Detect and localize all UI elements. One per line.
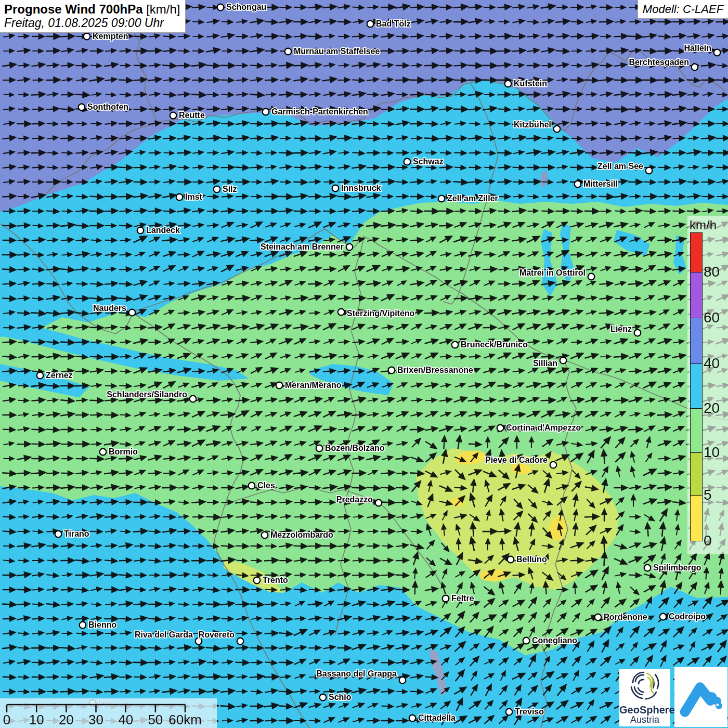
- city-marker: [550, 462, 557, 469]
- city-marker: [249, 483, 255, 489]
- city-label: Riva del Garda: [135, 630, 193, 639]
- city-label: Tirano: [64, 529, 89, 538]
- city-marker: [575, 181, 581, 188]
- scale-ruler: 0102030405060km: [0, 698, 217, 728]
- city-marker: [84, 33, 90, 40]
- city-meran-merano: Meran/Merano: [276, 381, 342, 389]
- title-box: Prognose Wind 700hPa [km/h] Freitag, 01.…: [0, 0, 186, 33]
- city-label: Bozen/Bolzano: [325, 444, 385, 452]
- model-label: Modell: C-LAEF: [638, 0, 728, 19]
- city-marker: [137, 227, 144, 234]
- city-sterzing-vipiteno: Sterzing/Vipiteno: [338, 309, 415, 318]
- legend-tick-40: 40: [704, 356, 720, 371]
- scale-tick-label: 60km: [168, 712, 202, 727]
- legend-unit-label: km/h: [690, 218, 717, 232]
- city-label: Reutte: [179, 111, 205, 120]
- city-label: Imst: [185, 192, 203, 201]
- title-datetime: Freitag, 01.08.2025 09:00 Uhr: [4, 16, 181, 30]
- legend-segment: [691, 452, 702, 495]
- city-brixen-bressanone: Brixen/Bressanone: [388, 366, 473, 374]
- city-label: Treviso: [515, 707, 544, 716]
- city-marker: [79, 104, 85, 111]
- mountain-cloud-icon: [677, 671, 725, 723]
- city-label: Kempten: [93, 32, 128, 41]
- city-label: Trento: [263, 576, 288, 584]
- city-cles: Cles: [249, 481, 275, 490]
- city-marker: [190, 396, 197, 402]
- city-label: Meran/Merano: [285, 381, 342, 389]
- legend-segment: [691, 318, 702, 363]
- city-marker: [285, 48, 292, 55]
- city-marker: [646, 167, 653, 174]
- geosphere-logo: GeoSphere Austria: [619, 669, 670, 726]
- wind-forecast-map-app: SchongauBad TölzKemptenMurnau am Staffel…: [0, 0, 728, 728]
- city-marker: [254, 577, 261, 584]
- city-marker: [714, 49, 721, 56]
- title-product: Prognose Wind 700hPa: [4, 2, 143, 16]
- city-marker: [634, 330, 641, 336]
- city-label: Codroipo: [669, 612, 706, 621]
- city-marker: [276, 382, 283, 389]
- city-marker: [388, 367, 395, 374]
- city-cortina-d-ampezzo: Cortina d'Ampezzo: [497, 423, 581, 432]
- city-tirano: Tirano: [55, 529, 89, 538]
- city-marker: [214, 186, 220, 193]
- city-marker: [660, 614, 667, 620]
- city-marker: [554, 126, 561, 133]
- city-marker: [692, 64, 698, 71]
- city-marker: [367, 21, 374, 28]
- city-label: Hallein: [684, 44, 711, 53]
- city-marker: [338, 309, 345, 316]
- city-marker: [399, 677, 406, 684]
- legend-tick-0: 0: [704, 533, 712, 549]
- legend-segment: [691, 233, 702, 272]
- city-label: Cles: [257, 481, 275, 490]
- city-label: Rovereto: [199, 630, 235, 639]
- city-label: Kufstein: [514, 79, 547, 88]
- city-marker: [438, 196, 445, 202]
- wind-speed-legend: km/h 806040201050: [687, 216, 728, 554]
- city-marker: [409, 715, 416, 722]
- city-label: Silz: [223, 185, 237, 193]
- city-marker: [560, 357, 567, 364]
- city-label: Bormio: [109, 447, 138, 456]
- city-marker: [170, 112, 177, 119]
- city-mezzolombardo: Mezzolombardo: [262, 530, 333, 539]
- city-marker: [588, 274, 595, 280]
- city-marker: [237, 638, 244, 645]
- scale-tick-label: 10: [29, 712, 44, 727]
- legend-tick-80: 80: [704, 264, 720, 280]
- city-marker: [217, 4, 224, 11]
- geosphere-logo-subtext: Austria: [619, 715, 670, 725]
- city-bozen-bolzano: Bozen/Bolzano: [316, 444, 385, 452]
- legend-color-bar: [691, 233, 702, 541]
- legend-segment: [691, 272, 702, 318]
- city-label: Bruneck/Brunico: [461, 340, 528, 349]
- city-feltre: Feltre: [443, 594, 474, 603]
- city-marker: [55, 531, 62, 538]
- city-schio: Schio: [320, 693, 352, 701]
- geosphere-logo-text: GeoSphere: [619, 705, 670, 715]
- city-zell-am-ziller: Zell am Ziller: [438, 194, 498, 203]
- city-label: Sonthofen: [87, 102, 128, 111]
- city-label: Innsbruck: [341, 184, 381, 192]
- city-label: Cittadella: [418, 713, 456, 722]
- city-silz: Silz: [214, 185, 237, 193]
- scale-tick-label: 30: [88, 712, 103, 727]
- city-label: Zernez: [46, 371, 73, 380]
- city-marker: [262, 532, 268, 539]
- legend-segment: [691, 408, 702, 452]
- city-marker: [346, 244, 353, 251]
- legend-segment: [691, 495, 702, 541]
- map-canvas: SchongauBad TölzKemptenMurnau am Staffel…: [0, 0, 728, 728]
- city-murnau-am-staffelsee: Murnau am Staffelsee: [285, 47, 380, 56]
- scale-tick-label: 20: [59, 712, 74, 727]
- city-label: Schio: [329, 693, 352, 701]
- city-label: Bad Tölz: [376, 19, 411, 28]
- city-marker: [375, 500, 382, 506]
- city-label: Garmisch-Partenkirchen: [271, 107, 368, 116]
- city-marker: [316, 445, 323, 452]
- city-marker: [497, 425, 504, 432]
- city-marker: [263, 109, 269, 115]
- city-marker: [452, 342, 459, 348]
